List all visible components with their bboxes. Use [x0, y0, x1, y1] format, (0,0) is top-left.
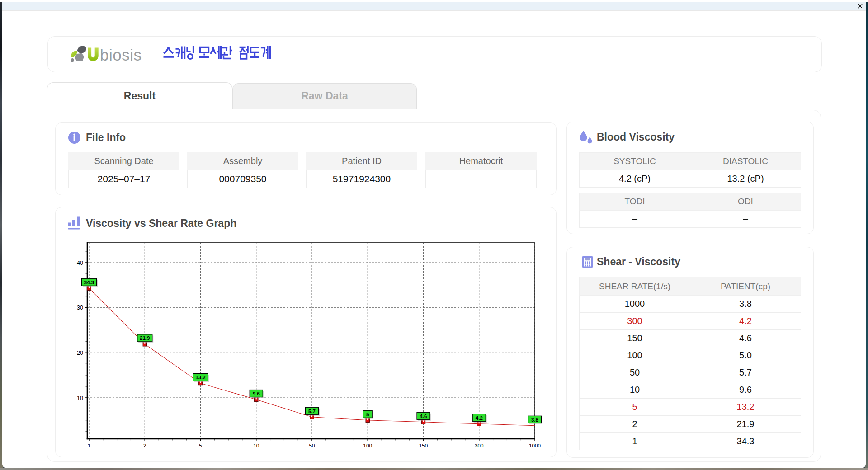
svg-text:4.2: 4.2 [476, 415, 483, 421]
svg-text:4.6: 4.6 [420, 414, 427, 419]
svg-text:5.7: 5.7 [308, 409, 316, 414]
svg-text:50: 50 [309, 442, 315, 449]
svg-text:13.2: 13.2 [195, 375, 205, 380]
svg-text:100: 100 [363, 442, 372, 449]
svg-text:5: 5 [366, 412, 369, 417]
svg-text:30: 30 [77, 305, 83, 311]
svg-text:2: 2 [143, 442, 146, 449]
svg-text:5: 5 [199, 442, 202, 449]
svg-text:1: 1 [88, 442, 91, 449]
svg-text:300: 300 [475, 442, 484, 449]
svg-text:3.8: 3.8 [531, 417, 539, 423]
svg-text:150: 150 [419, 442, 428, 449]
svg-text:20: 20 [77, 350, 83, 356]
svg-text:1000: 1000 [529, 442, 541, 449]
svg-text:10: 10 [77, 395, 83, 401]
svg-text:34.3: 34.3 [84, 280, 94, 285]
svg-text:21.9: 21.9 [140, 335, 150, 341]
svg-text:9.6: 9.6 [253, 391, 260, 396]
svg-text:40: 40 [77, 260, 83, 266]
svg-text:10: 10 [253, 442, 259, 449]
